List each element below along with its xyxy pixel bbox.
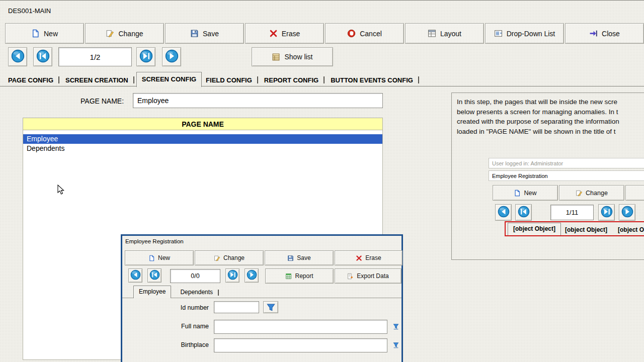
red-highlight-box: [object Object] [object Object] [object …	[505, 221, 644, 236]
help-line: below presents a screen for managing ano…	[457, 107, 619, 117]
record-indicator[interactable]: 1/2	[58, 47, 132, 66]
popup-change-button: Change	[195, 250, 264, 265]
id-number-label: Id number	[169, 304, 209, 311]
first-record-icon	[518, 206, 530, 220]
dropdown-list-button-label: Drop-Down List	[507, 30, 555, 38]
floppy-disk-icon	[190, 29, 199, 38]
layout-button[interactable]: Layout	[405, 23, 484, 44]
close-button[interactable]: Close	[565, 23, 644, 44]
page-list-header: PAGE NAME	[23, 118, 383, 130]
tab-report-config[interactable]: REPORT CONFIG	[260, 75, 323, 86]
show-list-button[interactable]: Show list	[252, 47, 333, 66]
preview-tab-dependents: [object Object]	[561, 225, 611, 235]
preview-nav-last-button	[598, 204, 615, 221]
next-record-icon	[247, 269, 257, 282]
help-line: In this step, the pages that will be ins…	[457, 97, 619, 107]
popup-erase-button: Erase	[335, 250, 403, 265]
preview-tab-employees: [object Object]	[508, 223, 561, 235]
popup-save-label: Save	[297, 254, 310, 261]
help-line: loaded in "PAGE NAME" will be shown in t…	[457, 127, 619, 137]
filter-funnel-icon	[392, 323, 399, 330]
preview-change-button: Change	[559, 185, 624, 201]
new-document-icon	[148, 255, 155, 261]
nav-previous-button[interactable]	[8, 47, 27, 66]
layout-button-label: Layout	[440, 30, 461, 38]
erase-button-label: Erase	[282, 30, 300, 38]
popup-nav-next-button	[245, 268, 259, 283]
previous-record-icon	[11, 49, 25, 64]
birthplace-input	[214, 338, 387, 352]
exit-arrow-icon	[589, 29, 598, 38]
preview-record-indicator: 1/11	[550, 205, 594, 220]
report-table-icon	[285, 273, 292, 280]
list-item-dependents[interactable]: Dependents	[23, 144, 382, 153]
red-x-icon	[356, 255, 362, 261]
preview-nav-previous-button	[495, 204, 512, 221]
popup-nav-last-button	[225, 268, 239, 283]
export-data-icon	[347, 273, 354, 280]
popup-change-label: Change	[223, 254, 245, 261]
popup-report-button: Report	[265, 268, 334, 284]
help-text: In this step, the pages that will be ins…	[457, 97, 619, 136]
list-grid-icon	[272, 53, 280, 61]
dropdown-list-button[interactable]: Drop-Down List	[485, 23, 564, 44]
preview-nav-first-button	[515, 204, 532, 221]
nav-last-button[interactable]	[136, 47, 155, 66]
popup-tab-dependents: Dependents	[176, 288, 217, 298]
list-item-employee[interactable]: Employee	[23, 134, 382, 144]
save-button-label: Save	[203, 30, 219, 38]
tab-screen-config[interactable]: SCREEN CONFIG	[136, 72, 202, 87]
cancel-button-label: Cancel	[360, 30, 382, 38]
preview-screen-title-bar: Employee Registration	[489, 170, 644, 181]
edit-pencil-icon	[576, 190, 583, 197]
mouse-cursor-icon	[57, 185, 64, 197]
tab-page-config[interactable]: PAGE CONFIG	[4, 75, 57, 86]
tab-button-events-config[interactable]: BUTTON EVENTS CONFIG	[327, 75, 417, 86]
nav-next-button[interactable]	[162, 47, 181, 66]
preview-logged-in-bar: User logged in: Administrator	[489, 158, 644, 168]
close-button-label: Close	[602, 30, 620, 38]
next-record-icon	[621, 206, 633, 220]
help-panel: In this step, the pages that will be ins…	[451, 93, 644, 260]
main-toolbar: New Change Save Erase Cancel Layout Drop…	[5, 23, 644, 44]
page-name-input[interactable]	[133, 93, 383, 108]
last-record-icon	[227, 269, 238, 282]
tab-separator	[418, 76, 419, 83]
tab-separator	[218, 290, 219, 296]
popup-nav-previous-button	[128, 268, 142, 283]
id-number-filter-button	[263, 301, 278, 313]
first-record-icon	[149, 269, 160, 282]
nav-first-button[interactable]	[33, 47, 52, 66]
new-button[interactable]: New	[5, 23, 84, 44]
full-name-input	[214, 320, 387, 334]
window-titlebar: DES001-MAIN	[0, 1, 644, 21]
change-button-label: Change	[118, 30, 143, 38]
popup-save-button: Save	[265, 250, 334, 265]
tab-separator	[257, 76, 258, 83]
filter-funnel-icon	[392, 341, 399, 348]
new-document-icon	[31, 29, 40, 38]
popup-export-data-button: Export Data	[335, 268, 401, 284]
popup-new-label: New	[158, 254, 170, 261]
preview-new-label: New	[524, 190, 536, 197]
config-tabstrip: PAGE CONFIG SCREEN CREATION SCREEN CONFI…	[4, 72, 421, 86]
cancel-button[interactable]: Cancel	[325, 23, 404, 44]
page-name-label: PAGE NAME:	[80, 97, 124, 105]
change-button[interactable]: Change	[85, 23, 164, 44]
popup-erase-label: Erase	[365, 254, 381, 261]
birthplace-label: Birthplace	[169, 341, 209, 348]
previous-record-icon	[498, 206, 510, 220]
show-list-label: Show list	[284, 53, 312, 61]
new-document-icon	[514, 190, 521, 197]
tab-field-config[interactable]: FIELD CONFIG	[202, 75, 256, 86]
id-number-input	[214, 301, 259, 313]
erase-button[interactable]: Erase	[245, 23, 324, 44]
tab-screen-creation[interactable]: SCREEN CREATION	[61, 75, 132, 86]
stop-hand-icon	[347, 29, 356, 38]
window-title: DES001-MAIN	[8, 7, 51, 15]
popup-new-button: New	[125, 250, 194, 265]
last-record-icon	[601, 206, 613, 220]
last-record-icon	[139, 49, 153, 64]
preview-nav-next-button	[619, 204, 635, 221]
save-button[interactable]: Save	[165, 23, 244, 44]
